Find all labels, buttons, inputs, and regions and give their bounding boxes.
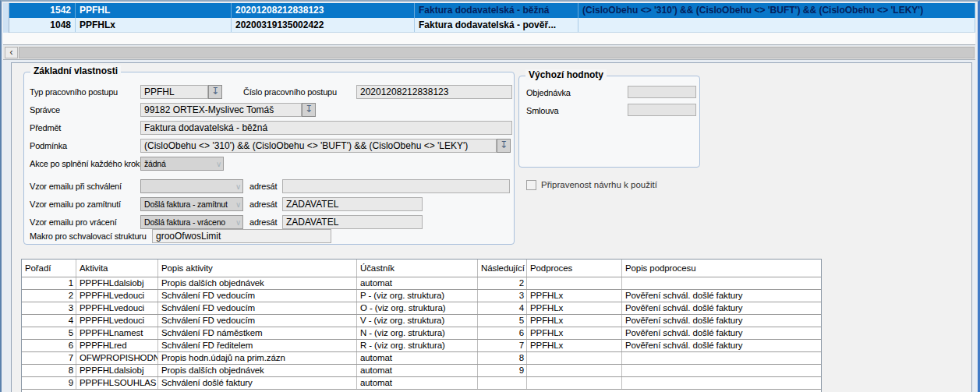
subprocess-cell: PPFHLx — [527, 315, 622, 327]
activity-cell: PPPFHLvedouci — [76, 290, 158, 302]
activity-row[interactable]: 3 PPPFHLvedouci Schválení FD vedoucím O … — [22, 302, 821, 315]
action-after-step-label: Akce po splnění každého kroku — [30, 159, 144, 168]
next-cell — [478, 377, 527, 389]
subprocess-description-cell: Pověření schvál. došlé faktury — [622, 290, 821, 302]
participant-cell: P - (viz org. struktura) — [357, 290, 478, 302]
activity-cell: PPPFHLvedouci — [76, 302, 158, 314]
activity-row[interactable]: 1 PPPFHLdalsiobj Propis dalších objednáv… — [22, 277, 821, 290]
subprocess-cell: PPFHLx — [527, 290, 622, 302]
email-template-rejected-value: Došlá faktura - zamítnut — [144, 200, 228, 209]
column-header-participant[interactable]: Účastník — [357, 260, 478, 277]
activity-description-cell: Propis hodn.údajů na prim.zázn — [158, 352, 357, 364]
activity-row[interactable]: 9 PPPFHLSOUHLAS Schválení došlé faktury … — [22, 377, 821, 390]
column-header-activity[interactable]: Aktivita — [76, 260, 158, 277]
workflow-definition-window: 1542 PPFHL 20201208212838123 Faktura dod… — [0, 0, 980, 392]
subprocess-description-cell: Pověření schvál. došlé faktury — [622, 302, 821, 314]
email-template-returned-combo[interactable]: Došlá faktura - vráceno ∨ — [140, 215, 243, 229]
activity-description-cell: Schválení FD vedoucím — [158, 302, 357, 314]
administrator-field[interactable]: 99182 ORTEX-Myslivec Tomáš — [140, 103, 302, 117]
administrator-lookup-button[interactable]: ↧ — [302, 103, 316, 117]
workflow-condition-cell — [578, 18, 975, 32]
order-cell: 7 — [22, 352, 76, 364]
column-header-next[interactable]: Následující — [478, 260, 527, 277]
activity-row[interactable]: 4 PPPFHLvedouci Schválení FD vedoucím V … — [22, 315, 821, 327]
order-cell: 8 — [22, 365, 76, 376]
grid-row-indicator-strip — [3, 3, 9, 33]
next-cell: 5 — [478, 315, 527, 327]
email-template-rejected-combo[interactable]: Došlá faktura - zamítnut ∨ — [140, 197, 243, 211]
recipient-label-2: adresát — [249, 200, 277, 209]
activity-description-cell: Propis dalších objednávek — [158, 277, 357, 289]
chevron-down-icon: ∨ — [235, 199, 241, 211]
action-after-step-combo[interactable]: žádná ∨ — [140, 157, 224, 171]
next-cell: 3 — [478, 290, 527, 302]
workflow-subject-cell: Faktura dodavatelská - běžná — [415, 3, 578, 18]
condition-field[interactable]: (CisloObehu <> '310') && (CisloObehu <> … — [140, 139, 497, 153]
chevron-down-icon: ∨ — [235, 181, 241, 193]
condition-lookup-button[interactable]: ↧ — [497, 139, 511, 153]
participant-cell: automat — [357, 365, 478, 376]
subprocess-cell — [527, 352, 622, 364]
order-cell: 3 — [22, 302, 76, 314]
horizontal-scrollbar[interactable]: ‹ — [3, 46, 975, 60]
participant-cell: N - (viz org. struktura) — [357, 327, 478, 339]
participant-cell: automat — [357, 377, 478, 389]
activity-row[interactable]: 8 PPPFHLdalsiobj Propis dalších objednáv… — [22, 365, 821, 377]
workflow-grid-row[interactable]: 1542 PPFHL 20201208212838123 Faktura dod… — [9, 3, 975, 18]
participant-cell: R - (viz org. struktura) — [357, 340, 478, 351]
activity-row[interactable]: 5 PPPFHLnamest Schválení FD náměstkem N … — [22, 327, 821, 340]
workflow-type-lookup-button[interactable]: ↧ — [208, 85, 222, 99]
activity-row[interactable]: 7 OFWPROPISHODN Propis hodn.údajů na pri… — [22, 352, 821, 365]
order-cell: 1 — [22, 277, 76, 289]
activities-table: Pořadí Aktivita Popis aktivity Účastník … — [21, 259, 822, 392]
workflow-type-label: Typ pracovního postupu — [30, 87, 118, 97]
scrollbar-thumb[interactable] — [19, 47, 975, 58]
column-header-subprocess-description[interactable]: Popis podprocesu — [622, 260, 821, 277]
recipient-field-1[interactable] — [282, 179, 510, 193]
column-header-order[interactable]: Pořadí — [22, 260, 76, 277]
activities-table-body: 1 PPPFHLdalsiobj Propis dalších objednáv… — [22, 277, 821, 390]
chevron-down-icon: ∨ — [216, 158, 221, 171]
workflow-grid: 1542 PPFHL 20201208212838123 Faktura dod… — [9, 3, 975, 33]
contract-field[interactable] — [628, 104, 696, 116]
email-template-approved-label: Vzor emailu při schválení — [30, 182, 122, 191]
participant-cell: O - (viz org. struktura) — [357, 302, 478, 314]
readiness-checkbox[interactable] — [526, 180, 536, 190]
subject-field[interactable]: Faktura dodavatelská - běžná — [140, 121, 512, 135]
workflow-number-field[interactable]: 20201208212838123 — [356, 85, 512, 99]
approval-macro-field[interactable]: grooOfwosLimit — [152, 229, 331, 243]
next-cell: 7 — [478, 340, 527, 351]
order-field[interactable] — [628, 86, 696, 98]
scroll-left-button[interactable]: ‹ — [5, 47, 18, 58]
column-header-subprocess[interactable]: Podproces — [527, 260, 622, 277]
participant-cell: automat — [357, 277, 478, 289]
email-template-rejected-label: Vzor emailu po zamítnutí — [30, 200, 121, 209]
column-header-activity-description[interactable]: Popis aktivity — [158, 260, 357, 277]
participant-cell: automat — [357, 352, 478, 364]
subprocess-cell — [527, 377, 622, 389]
workflow-grid-row[interactable]: 1048 PPFHLx 20200319135002422 Faktura do… — [9, 18, 975, 33]
approval-macro-label: Makro pro schvalovací strukturu — [30, 231, 147, 241]
order-cell: 4 — [22, 315, 76, 327]
next-cell: 2 — [478, 277, 527, 289]
order-cell: 6 — [22, 340, 76, 351]
workflow-subject-cell: Faktura dodavatelská - pověř... — [415, 18, 578, 32]
workflow-condition-cell: (CisloObehu <> '310') && (CisloObehu <> … — [578, 3, 975, 18]
workflow-id-cell: 1542 — [9, 3, 76, 18]
recipient-field-2[interactable]: ZADAVATEL — [282, 197, 423, 211]
subprocess-description-cell — [622, 352, 821, 364]
activity-cell: PPPFHLvedouci — [76, 315, 158, 327]
order-cell: 9 — [22, 377, 76, 389]
order-cell: 5 — [22, 327, 76, 339]
activity-cell: PPPFHLred — [76, 340, 158, 351]
next-cell: 4 — [478, 302, 527, 314]
workflow-number-cell: 20200319135002422 — [232, 18, 415, 32]
recipient-field-3[interactable]: ZADAVATEL — [282, 215, 423, 229]
workflow-type-field[interactable]: PPFHL — [140, 85, 208, 99]
default-values-title: Výchozí hodnoty — [525, 69, 607, 80]
activity-row[interactable]: 6 PPPFHLred Schválení FD ředitelem R - (… — [22, 340, 821, 352]
activity-row[interactable]: 2 PPPFHLvedouci Schválení FD vedoucím P … — [22, 290, 821, 302]
email-template-approved-combo[interactable]: ∨ — [140, 179, 243, 193]
activity-description-cell: Propis dalších objednávek — [158, 365, 357, 376]
order-cell: 2 — [22, 290, 76, 302]
